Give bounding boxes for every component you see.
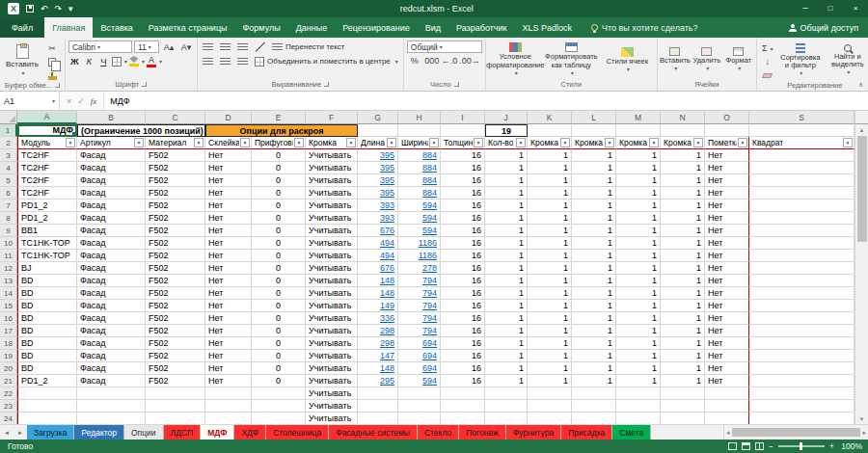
cell-styles-button[interactable]: Стили ячеек▾ — [601, 40, 654, 80]
row-header[interactable]: 10 — [0, 237, 17, 250]
cell-glue[interactable] — [205, 400, 252, 413]
cell-mark[interactable]: Нет — [705, 187, 749, 200]
cell-A1-selected[interactable]: МДФ — [17, 124, 77, 137]
vertical-scrollbar[interactable]: ▲ ▼ — [854, 124, 868, 424]
cell-width[interactable]: 694 — [398, 362, 441, 375]
cell-edge1b[interactable]: 1 — [572, 287, 616, 300]
cell-mark[interactable]: Нет — [705, 200, 749, 212]
cell-edge2b[interactable]: 1 — [661, 250, 705, 262]
cell-edge1a[interactable]: 1 — [528, 300, 572, 312]
cell-module[interactable]: TC2HF — [17, 149, 77, 162]
cell-length[interactable]: 676 — [358, 262, 398, 275]
cell-edge[interactable]: Учитывать — [306, 362, 358, 375]
cell-mark[interactable]: Нет — [705, 149, 749, 162]
cell-jointing[interactable]: 0 — [252, 187, 306, 200]
sheet-nav-left[interactable]: ◂ — [0, 425, 14, 440]
cell-module[interactable]: BD — [17, 300, 77, 312]
cell-article[interactable]: Фасад — [77, 149, 146, 162]
cell-thickness[interactable]: 16 — [441, 149, 485, 162]
cell-edge1b[interactable]: 1 — [572, 187, 616, 200]
cell-edge1a[interactable]: 1 — [528, 187, 572, 200]
cell-edge1a[interactable]: 1 — [528, 375, 572, 387]
cell-quantity[interactable] — [485, 413, 528, 424]
cell-jointing[interactable] — [252, 413, 306, 424]
sheet-tab[interactable]: МДФ — [201, 425, 234, 440]
italic-button[interactable]: К — [83, 55, 95, 67]
cell-edge1a[interactable]: 1 — [528, 212, 572, 225]
cell-edge2b[interactable]: 1 — [661, 300, 705, 312]
cell-edge2b[interactable]: 1 — [661, 350, 705, 362]
cell-edge2a[interactable]: 1 — [616, 250, 661, 262]
cell-mark[interactable] — [705, 413, 749, 424]
cell-jointing[interactable]: 0 — [252, 200, 306, 212]
filter-button[interactable]: ▼ — [194, 138, 203, 147]
row-header[interactable]: 4 — [0, 162, 17, 174]
cell-material[interactable]: F502 — [146, 200, 205, 212]
cell-width[interactable]: 594 — [398, 200, 441, 212]
name-box[interactable]: A1▾ — [0, 92, 60, 110]
clear-button[interactable] — [760, 69, 775, 81]
cell-square[interactable] — [749, 413, 854, 424]
cell-width[interactable] — [398, 400, 441, 413]
row-header[interactable]: 8 — [0, 212, 17, 225]
ribbon-tab[interactable]: Разметка страницы — [141, 17, 235, 38]
cell-edge2b[interactable]: 1 — [661, 149, 705, 162]
cell-square[interactable] — [749, 325, 854, 337]
cell-module[interactable]: BD — [17, 312, 77, 325]
cell-glue[interactable]: Нет — [205, 162, 252, 174]
column-header[interactable]: D — [205, 111, 252, 124]
row-header[interactable]: 18 — [0, 337, 17, 350]
select-all-corner[interactable] — [0, 111, 17, 124]
cell-article[interactable]: Фасад — [77, 325, 146, 337]
cell-article[interactable]: Фасад — [77, 187, 146, 200]
cell-quantity[interactable]: 1 — [485, 362, 528, 375]
cell-material[interactable]: F502 — [146, 275, 205, 287]
cell-article[interactable]: Фасад — [77, 262, 146, 275]
cell-article[interactable]: Фасад — [77, 300, 146, 312]
column-header[interactable]: B — [77, 111, 146, 124]
cell-length[interactable] — [358, 413, 398, 424]
cell-glue[interactable]: Нет — [205, 350, 252, 362]
cell-module[interactable] — [17, 387, 77, 400]
cell-glue[interactable]: Нет — [205, 362, 252, 375]
dialog-launcher-icon[interactable] — [55, 83, 60, 88]
cell-edge1b[interactable]: 1 — [572, 300, 616, 312]
column-header[interactable]: M — [616, 111, 661, 124]
cell-glue[interactable]: Нет — [205, 312, 252, 325]
grow-font-button[interactable]: А▴ — [161, 41, 176, 53]
cell-length[interactable]: 393 — [358, 212, 398, 225]
cell-edge1a[interactable]: 1 — [528, 250, 572, 262]
filter-button[interactable]: ▼ — [66, 138, 75, 147]
cell-jointing[interactable]: 0 — [252, 149, 306, 162]
table-header-cell[interactable]: Материал▼ — [146, 137, 205, 149]
sheet-tab[interactable]: Погонаж — [459, 425, 506, 440]
filter-button[interactable]: ▼ — [516, 138, 526, 147]
cell-thickness[interactable] — [441, 413, 485, 424]
cell-mark[interactable]: Нет — [705, 275, 749, 287]
cell-edge1a[interactable]: 1 — [528, 149, 572, 162]
sheet-tab[interactable]: Смета — [612, 425, 651, 440]
decrease-decimal-button[interactable]: .00→ — [459, 55, 480, 67]
copy-button[interactable] — [44, 56, 60, 67]
cell-article[interactable] — [77, 413, 146, 424]
cell-module[interactable]: TC1HK-TOP — [17, 250, 77, 262]
cell-material[interactable]: F502 — [146, 287, 205, 300]
redo-button[interactable]: ↷ — [55, 0, 63, 17]
cell-mark[interactable]: Нет — [705, 312, 749, 325]
cell-article[interactable]: Фасад — [77, 350, 146, 362]
cell-glue[interactable]: Нет — [205, 275, 252, 287]
cell-edge2a[interactable]: 1 — [616, 225, 661, 237]
cell-quantity[interactable]: 1 — [485, 187, 528, 200]
sheet-tab[interactable]: ХДФ — [234, 425, 266, 440]
row-header[interactable]: 1 — [0, 124, 17, 137]
cell-glue[interactable]: Нет — [205, 200, 252, 212]
cell-thickness[interactable]: 16 — [441, 375, 485, 387]
cell-mark[interactable]: Нет — [705, 162, 749, 174]
cell-length[interactable]: 395 — [358, 162, 398, 174]
cell-edge[interactable]: Учитывать — [306, 174, 358, 187]
cell-quantity[interactable]: 1 — [485, 325, 528, 337]
cell-width[interactable]: 694 — [398, 337, 441, 350]
normal-view-button[interactable] — [728, 442, 737, 450]
cell-mark[interactable]: Нет — [705, 375, 749, 387]
cell-edge2b[interactable]: 1 — [661, 287, 705, 300]
